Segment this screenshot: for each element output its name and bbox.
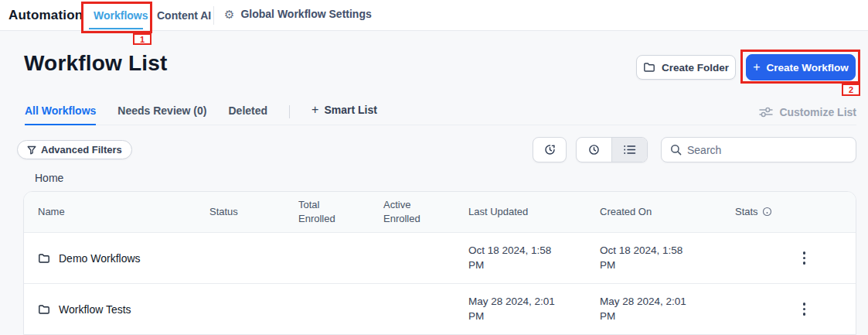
plus-icon: + [753,61,760,73]
tab-all-workflows[interactable]: All Workflows [25,104,96,125]
page-title: Workflow List [24,51,168,76]
tab-workflows-active-underline [89,28,143,29]
row-name-label: Demo Workflows [59,252,141,265]
smart-list-label: Smart List [324,104,376,116]
clock-icon [587,143,601,156]
filter-funnel-icon [27,145,36,155]
info-icon [762,207,772,217]
column-header-created-on: Created On [600,205,735,219]
breadcrumb-home[interactable]: Home [35,172,63,184]
gear-icon: ⚙ [224,9,234,20]
advanced-filters-label: Advanced Filters [41,144,122,156]
annotation-badge-2: 2 [842,84,860,96]
column-header-stats: Stats [735,205,856,219]
search-icon [670,144,682,156]
list-tabs-row: All Workflows Needs Review (0) Deleted +… [25,101,856,125]
search-box [661,137,856,162]
row-name-label: Workflow Tests [59,303,131,316]
cell-stats [735,247,856,268]
column-header-status: Status [209,205,298,219]
customize-list-label: Customize List [779,106,856,118]
cell-last-updated: Oct 18 2024, 1:58 PM [468,244,564,273]
stats-header-label: Stats [735,205,758,219]
table-header-row: Name Status Total Enrolled Active Enroll… [24,192,856,232]
column-header-total-enrolled: Total Enrolled [298,198,345,225]
top-navigation-bar: Automation Workflows Content AI ⚙ Global… [0,0,868,31]
topbar-divider [213,6,214,25]
tab-needs-review[interactable]: Needs Review (0) [117,104,206,125]
tab-workflows[interactable]: Workflows [94,9,148,22]
list-icon [623,144,636,156]
customize-list-button[interactable]: Customize List [759,106,856,118]
cell-created-on: May 28 2024, 2:01 PM [600,295,696,324]
cell-created-on: Oct 18 2024, 1:58 PM [600,244,696,273]
table-row[interactable]: Demo Workflows Oct 18 2024, 1:58 PM Oct … [24,232,856,283]
advanced-filters-button[interactable]: Advanced Filters [17,140,132,159]
global-workflow-settings-label: Global Workflow Settings [240,8,371,20]
column-header-name: Name [38,205,209,219]
create-folder-label: Create Folder [662,62,729,73]
search-input[interactable] [687,144,856,156]
column-header-active-enrolled: Active Enrolled [383,198,430,225]
cell-stats [735,298,856,320]
annotation-badge-1: 1 [133,33,151,45]
folder-icon [38,252,50,265]
folder-icon [38,303,50,316]
row-actions-kebab-menu[interactable] [798,247,810,268]
view-toggle-group [576,137,648,162]
cell-name[interactable]: Demo Workflows [38,252,209,265]
tab-content-ai[interactable]: Content AI [157,9,211,22]
table-row[interactable]: Workflow Tests May 28 2024, 2:01 PM May … [24,283,856,334]
folder-icon [643,61,655,73]
sliders-icon [759,107,773,118]
workflow-table: Name Status Total Enrolled Active Enroll… [23,191,856,335]
time-view-toggle[interactable] [577,138,611,162]
cell-name[interactable]: Workflow Tests [38,303,209,316]
list-view-toggle[interactable] [611,138,647,162]
run-history-button[interactable] [533,137,567,162]
column-header-last-updated: Last Updated [468,205,600,219]
row-actions-kebab-menu[interactable] [798,298,810,320]
plus-icon: + [311,103,318,117]
global-workflow-settings-button[interactable]: ⚙ Global Workflow Settings [224,8,372,20]
create-workflow-button[interactable]: + Create Workflow [746,54,856,80]
create-workflow-label: Create Workflow [767,62,849,73]
tab-deleted[interactable]: Deleted [228,104,267,125]
cell-last-updated: May 28 2024, 2:01 PM [468,295,564,324]
create-folder-button[interactable]: Create Folder [636,55,736,80]
app-title: Automation [9,8,83,23]
tabs-divider [289,105,290,118]
smart-list-button[interactable]: + Smart List [311,103,377,125]
history-clock-icon [543,143,557,156]
